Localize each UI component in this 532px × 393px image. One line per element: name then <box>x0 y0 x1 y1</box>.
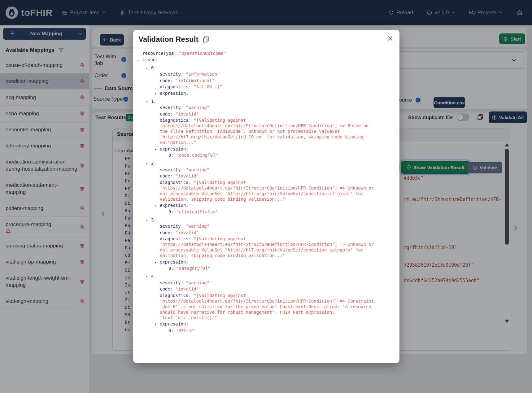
json-line: severity: "information" <box>142 71 378 77</box>
json-string-value: "invalid" <box>176 230 199 235</box>
json-line: ▾2: <box>142 160 378 166</box>
caret-down-icon[interactable]: ▾ <box>137 58 139 63</box>
json-line: ▾0: <box>142 65 378 71</box>
json-key: severity <box>160 224 181 229</box>
json-key: expression <box>160 260 186 264</box>
json-string-value: "code.coding[0]" <box>176 153 218 158</box>
json-string-value: "clinicalStatus" <box>176 209 218 214</box>
json-key: expression <box>160 321 186 326</box>
json-line: code: "informational" <box>142 78 378 83</box>
json-line: code: "invalid" <box>142 286 378 292</box>
modal-title: Validation Result <box>138 35 198 44</box>
json-line: ▾expression: <box>142 90 378 96</box>
caret-down-icon[interactable]: ▾ <box>146 274 148 280</box>
caret-down-icon[interactable]: ▾ <box>146 66 148 71</box>
caret-down-icon[interactable]: ▾ <box>155 260 156 265</box>
close-icon[interactable]: × <box>387 35 393 42</box>
json-string-value: "warning" <box>186 224 209 229</box>
json-line: resourceType: "OperationOutcome" <box>142 50 378 56</box>
json-key: severity <box>160 280 181 285</box>
json-line: severity: "warning" <box>142 105 378 110</box>
json-key: expression <box>160 146 186 151</box>
json-string-value: "OperationOutcome" <box>179 51 226 56</box>
json-string-value: "invalid" <box>176 111 199 116</box>
copy-icon[interactable] <box>202 36 209 43</box>
json-string-value: "invalid" <box>176 173 199 178</box>
json-line: 0: "clinicalStatus" <box>142 209 378 215</box>
json-key: diagnostics <box>160 180 189 185</box>
json-key: severity <box>160 105 181 110</box>
json-line: ▾expression: <box>142 203 378 208</box>
json-line: ▾issue: <box>142 57 378 63</box>
caret-down-icon[interactable]: ▾ <box>155 322 156 327</box>
json-string-value: "$this" <box>176 328 194 333</box>
json-string-value: "information" <box>186 72 220 76</box>
json-line: ▾3: <box>142 217 378 223</box>
json-line: 0: "$this" <box>142 328 378 333</box>
caret-down-icon[interactable]: ▾ <box>155 91 156 97</box>
caret-down-icon[interactable]: ▾ <box>155 147 156 152</box>
json-line: severity: "warning" <box>142 280 378 286</box>
json-key: expression <box>160 203 186 208</box>
caret-down-icon[interactable]: ▾ <box>146 161 148 167</box>
json-string-value: "All OK :)" <box>194 84 223 89</box>
json-line: code: "invalid" <box>142 111 378 117</box>
json-line: ▾4: <box>142 273 378 279</box>
json-key: severity <box>160 167 181 172</box>
json-line: diagnostics: "[Validating against 'https… <box>142 293 378 321</box>
json-line: diagnostics: "[Validating against 'https… <box>142 236 378 258</box>
json-key: code <box>160 230 170 235</box>
json-line: ▾expression: <box>142 259 378 265</box>
json-key: diagnostics <box>160 118 189 123</box>
json-string-value: "informational" <box>176 78 215 83</box>
json-key: code <box>160 111 170 116</box>
validation-result-modal: Validation Result × resourceType: "Opera… <box>133 30 399 363</box>
json-key: severity <box>160 72 181 76</box>
json-line: severity: "warning" <box>142 223 378 229</box>
json-line: ▾1: <box>142 98 378 104</box>
json-line: diagnostics: "[Validating against 'https… <box>142 117 378 145</box>
json-string-value: "warning" <box>186 280 209 285</box>
caret-down-icon[interactable]: ▾ <box>146 218 148 223</box>
json-key: resourceType <box>142 51 174 56</box>
json-line: code: "invalid" <box>142 173 378 179</box>
json-key: expression <box>160 91 186 96</box>
caret-down-icon[interactable]: ▾ <box>146 99 148 105</box>
json-string-value: "category[0]" <box>176 266 210 271</box>
caret-down-icon[interactable]: ▾ <box>155 203 156 209</box>
json-key: code <box>160 78 170 83</box>
json-key: code <box>160 286 170 291</box>
json-string-value: "warning" <box>186 167 209 172</box>
json-key: diagnostics <box>160 236 189 241</box>
json-line: 0: "code.coding[0]" <box>142 152 378 158</box>
json-key: diagnostics <box>160 293 189 298</box>
json-line: ▾expression: <box>142 321 378 327</box>
json-key: diagnostics <box>160 84 189 89</box>
json-line: 0: "category[0]" <box>142 265 378 271</box>
json-line: severity: "warning" <box>142 167 378 172</box>
validation-json-tree: resourceType: "OperationOutcome"▾issue: … <box>138 50 399 333</box>
json-line: diagnostics: "[Validating against 'https… <box>142 180 378 202</box>
json-string-value: "invalid" <box>176 286 199 291</box>
json-line: diagnostics: "All OK :)" <box>142 84 378 90</box>
json-string-value: "warning" <box>186 105 209 110</box>
json-key: code <box>160 173 170 178</box>
json-key: issue <box>142 57 155 62</box>
json-line: ▾expression: <box>142 146 378 152</box>
json-line: code: "invalid" <box>142 230 378 235</box>
